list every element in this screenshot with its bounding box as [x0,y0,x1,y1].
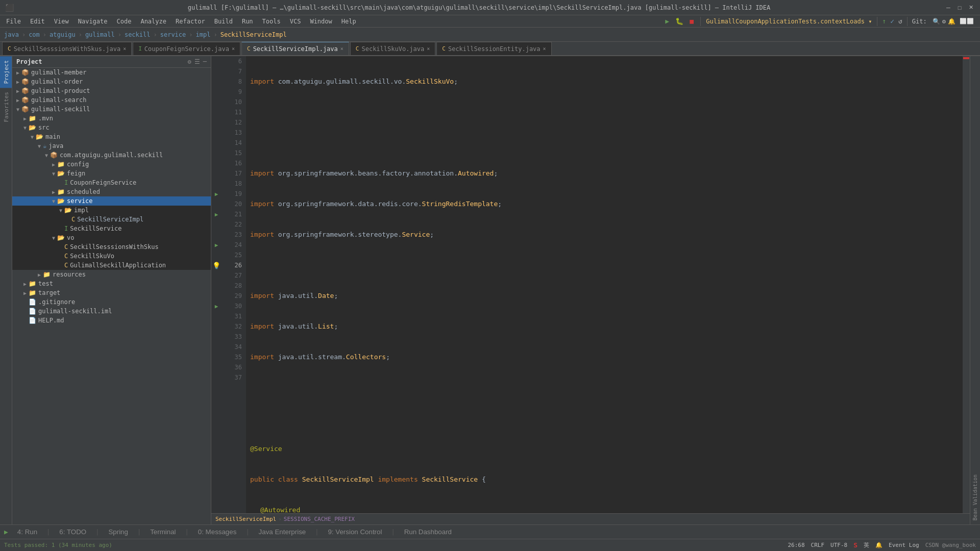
nav-class[interactable]: SeckillServiceImpl [220,31,287,38]
tree-item-app-class[interactable]: C GulimallSeckillApplication [12,261,211,270]
tab-java-enterprise[interactable]: Java Enterprise [254,527,311,537]
run-config-dropdown[interactable]: GulimallCouponApplicationTests.contextLo… [706,18,872,25]
vcs-history-icon[interactable]: ↺ [898,17,902,25]
tree-item-sku-vo[interactable]: C SeckillSkuVo [12,252,211,261]
menu-analyze[interactable]: Analyze [136,17,170,26]
menu-code[interactable]: Code [113,17,136,26]
nav-com[interactable]: com [29,31,40,38]
notification-icon[interactable]: 🔔 [948,18,955,25]
notifications[interactable]: 🔔 [875,542,883,548]
panel-tab-project[interactable]: Project [0,56,12,88]
tree-item-gulimall-member[interactable]: ▶ 📦 gulimall-member [12,68,211,77]
tab-close-seckillskuvo[interactable]: × [427,46,430,52]
tab-run-dashboard[interactable]: Run Dashboard [399,527,457,537]
tree-item-target[interactable]: ▶ 📁 target [12,288,211,297]
tree-item-service[interactable]: ▼ 📂 service [12,196,211,206]
close-button[interactable]: ✕ [967,4,975,12]
menu-navigate[interactable]: Navigate [74,17,112,26]
ime-status[interactable]: 英 [864,541,869,549]
panel-tab-favorites[interactable]: Favorites [0,88,12,127]
tree-item-gulimall-order[interactable]: ▶ 📦 gulimall-order [12,77,211,86]
tab-terminal[interactable]: Terminal [145,527,181,537]
tree-item-seckill-impl-class[interactable]: C SeckillServiceImpl [12,215,211,224]
minimize-button[interactable]: ─ [944,4,952,12]
menu-edit[interactable]: Edit [26,17,49,26]
tree-item-iml[interactable]: 📄 gulimall-seckill.iml [12,307,211,316]
encoding[interactable]: UTF-8 [830,542,847,548]
gutter-19[interactable]: ▶ [211,189,222,199]
line-ending[interactable]: CRLF [811,542,825,548]
bean-validation-panel[interactable]: Bean Validation [971,470,979,524]
tree-item-package[interactable]: ▼ 📦 com.atguigu.gulimall.seckill [12,151,211,160]
gutter-24[interactable]: ▶ [211,240,222,250]
debug-button[interactable]: 🐛 [674,16,685,27]
tab-coupon[interactable]: I CouponFeignService.java × [133,42,240,55]
vcs-commit-icon[interactable]: ✓ [890,17,894,25]
event-log[interactable]: Event Log [889,542,919,548]
tree-item-main[interactable]: ▼ 📂 main [12,132,211,141]
menu-vcs[interactable]: VCS [286,17,305,26]
tree-item-gulimall-seckill[interactable]: ▼ 📦 gulimall-seckill [12,105,211,114]
nav-impl[interactable]: impl [196,31,211,38]
menu-view[interactable]: View [50,17,73,26]
tree-item-impl[interactable]: ▼ 📂 impl [12,206,211,215]
sidebar-minimize-icon[interactable]: ─ [203,58,207,65]
tab-withskus[interactable]: C SeckillSesssionsWithSkus.java × [2,42,132,55]
tree-item-test[interactable]: ▶ 📁 test [12,279,211,288]
tab-close-session[interactable]: × [543,46,546,52]
tab-close-coupon[interactable]: × [232,46,235,52]
tree-item-vo[interactable]: ▼ 📂 vo [12,233,211,242]
tree-item-seckill-service[interactable]: I SeckillService [12,224,211,233]
nav-java[interactable]: java [4,31,19,38]
tree-item-sessions-skus[interactable]: C SeckillSesssionsWithSkus [12,242,211,252]
menu-window[interactable]: Window [306,17,336,26]
tab-todo[interactable]: 6: TODO [54,527,91,537]
bc-class[interactable]: SeckillServiceImpl [215,516,276,522]
tree-item-coupon-feign[interactable]: I CouponFeignService [12,178,211,187]
code-editor[interactable]: import com.atguigu.gulimall.seckill.vo.S… [246,56,963,513]
tree-item-gulimall-search[interactable]: ▶ 📦 gulimall-search [12,95,211,105]
tab-messages[interactable]: 0: Messages [193,527,242,537]
menu-tools[interactable]: Tools [258,17,285,26]
tab-session[interactable]: C SeckillSessionEntity.java × [436,42,551,55]
sidebar-layout-icon[interactable]: ☰ [194,58,200,65]
menu-run[interactable]: Run [238,17,257,26]
vcs-update-icon[interactable]: ↑ [882,17,886,25]
nav-service[interactable]: service [160,31,186,38]
gutter-21[interactable]: ▶ [211,209,222,219]
menu-refactor[interactable]: Refactor [172,17,209,26]
editor-content[interactable]: ▶ ▶ ▶ 💡 ▶ [211,56,970,513]
menu-file[interactable]: File [2,17,25,26]
tree-item-gitignore[interactable]: 📄 .gitignore [12,297,211,307]
tree-item-scheduled[interactable]: ▶ 📁 scheduled [12,187,211,196]
menu-build[interactable]: Build [210,17,237,26]
tree-item-gulimall-product[interactable]: ▶ 📦 gulimall-product [12,86,211,95]
tab-close-withskus[interactable]: × [123,46,126,52]
nav-gulimall[interactable]: gulimall [85,31,115,38]
tab-close-seckillimpl[interactable]: × [340,46,344,52]
tab-version-control[interactable]: 9: Version Control [323,527,387,537]
cursor-position[interactable]: 26:68 [788,542,804,548]
tree-item-feign[interactable]: ▼ 📂 feign [12,169,211,178]
tree-item-config[interactable]: ▶ 📁 config [12,160,211,169]
tree-item-resources[interactable]: ▶ 📁 resources [12,270,211,279]
tree-item-java[interactable]: ▼ ☕ java [12,141,211,151]
stop-button[interactable]: ■ [686,16,697,27]
tab-seckillimpl[interactable]: C SeckillServiceImpl.java × [241,42,349,55]
menu-help[interactable]: Help [337,17,360,26]
search-everywhere-icon[interactable]: 🔍 [933,18,940,25]
bc-field[interactable]: SESSIONS_CACHE_PREFIX [284,516,355,522]
tab-spring[interactable]: Spring [103,527,133,537]
sidebar-settings-icon[interactable]: ⚙ [188,58,191,65]
settings-icon[interactable]: ⚙ [942,18,946,25]
tab-run[interactable]: 4: Run [12,527,42,537]
tab-seckillskuvo[interactable]: C SeckillSkuVo.java × [350,42,435,55]
layout-icon[interactable]: ⬜⬜ [960,18,974,24]
nav-atguigu[interactable]: atguigu [50,31,76,38]
tree-item-src[interactable]: ▼ 📂 src [12,123,211,132]
maximize-button[interactable]: □ [955,4,964,12]
tree-item-help[interactable]: 📄 HELP.md [12,316,211,325]
run-button[interactable]: ▶ [662,16,673,27]
tree-item-mvn[interactable]: ▶ 📁 .mvn [12,114,211,123]
gutter-30[interactable]: ▶ [211,301,222,311]
